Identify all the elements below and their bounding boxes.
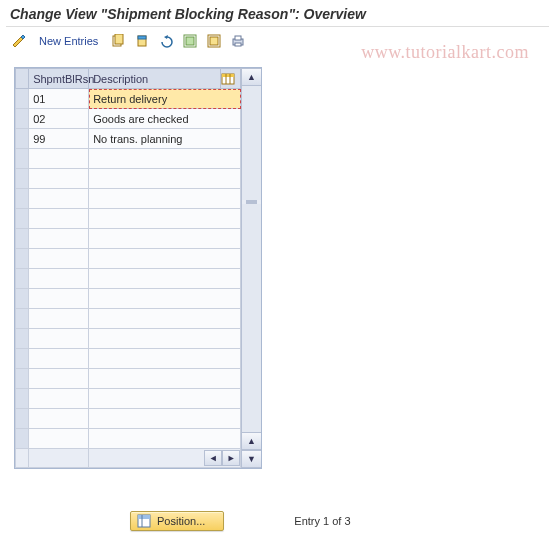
cell-code[interactable] [29, 329, 89, 349]
table-row[interactable] [16, 309, 241, 329]
position-label: Position... [157, 515, 205, 527]
scrollbar-track-lower[interactable] [242, 204, 261, 432]
row-selector[interactable] [16, 209, 29, 229]
column-header-desc[interactable]: Description [89, 69, 221, 89]
cell-desc[interactable] [89, 209, 241, 229]
scroll-left-button[interactable]: ◄ [204, 450, 222, 466]
cell-code[interactable] [29, 229, 89, 249]
table-row[interactable] [16, 329, 241, 349]
scroll-up-button[interactable]: ▲ [242, 432, 261, 450]
new-entries-button[interactable]: New Entries [32, 31, 105, 51]
scrollbar-track[interactable] [242, 86, 261, 200]
row-selector[interactable] [16, 369, 29, 389]
scroll-top-button[interactable]: ▲ [242, 68, 261, 86]
table-row[interactable]: 99No trans. planning [16, 129, 241, 149]
table-row[interactable] [16, 369, 241, 389]
cell-desc[interactable] [89, 149, 241, 169]
cell-code[interactable] [29, 389, 89, 409]
table-row[interactable] [16, 189, 241, 209]
copy-button[interactable] [107, 31, 129, 51]
cell-code[interactable] [29, 169, 89, 189]
cell-desc[interactable] [89, 169, 241, 189]
cell-desc[interactable] [89, 369, 241, 389]
cell-desc[interactable]: Goods are checked [89, 109, 241, 129]
row-selector[interactable] [16, 169, 29, 189]
cell-code[interactable] [29, 429, 89, 449]
cell-code[interactable] [29, 189, 89, 209]
print-button[interactable] [227, 31, 249, 51]
row-selector[interactable] [16, 89, 29, 109]
svg-rect-3 [138, 36, 146, 39]
cell-desc[interactable] [89, 429, 241, 449]
cell-code[interactable] [29, 289, 89, 309]
row-selector[interactable] [16, 129, 29, 149]
row-selector[interactable] [16, 349, 29, 369]
table-row[interactable] [16, 149, 241, 169]
svg-rect-1 [115, 34, 123, 44]
table-row[interactable] [16, 429, 241, 449]
cell-code[interactable]: 01 [29, 89, 89, 109]
toggle-display-change-button[interactable] [8, 31, 30, 51]
cell-code[interactable]: 02 [29, 109, 89, 129]
undo-button[interactable] [155, 31, 177, 51]
table-row[interactable] [16, 229, 241, 249]
cell-code[interactable] [29, 369, 89, 389]
table-row[interactable] [16, 409, 241, 429]
scroll-down-button[interactable]: ▼ [242, 450, 261, 468]
table-row[interactable] [16, 269, 241, 289]
column-header-code[interactable]: ShpmtBlRsn [29, 69, 89, 89]
cell-code[interactable]: 99 [29, 129, 89, 149]
row-selector[interactable] [16, 149, 29, 169]
table-row[interactable] [16, 289, 241, 309]
cell-desc[interactable] [89, 349, 241, 369]
cell-desc[interactable] [89, 269, 241, 289]
grid-corner[interactable] [16, 69, 29, 89]
cell-desc[interactable] [89, 189, 241, 209]
cell-desc[interactable] [89, 229, 241, 249]
table-row[interactable] [16, 209, 241, 229]
table-row[interactable] [16, 389, 241, 409]
data-grid[interactable]: ShpmtBlRsn Description 01Return delivery… [15, 68, 241, 468]
cell-code[interactable] [29, 309, 89, 329]
row-selector[interactable] [16, 309, 29, 329]
cell-desc[interactable] [89, 249, 241, 269]
cell-code[interactable] [29, 149, 89, 169]
row-selector[interactable] [16, 229, 29, 249]
row-selector[interactable] [16, 249, 29, 269]
svg-rect-16 [138, 515, 150, 519]
cell-code[interactable] [29, 269, 89, 289]
table-row[interactable]: 01Return delivery [16, 89, 241, 109]
scroll-right-button[interactable]: ► [222, 450, 240, 466]
position-button[interactable]: Position... [130, 511, 224, 531]
row-selector[interactable] [16, 189, 29, 209]
cell-desc[interactable] [89, 409, 241, 429]
cell-desc[interactable] [89, 309, 241, 329]
vertical-scrollbar[interactable]: ▲ ▲ ▼ [241, 68, 261, 468]
cell-code[interactable] [29, 409, 89, 429]
cell-code[interactable] [29, 209, 89, 229]
cell-desc[interactable] [89, 329, 241, 349]
table-row[interactable] [16, 169, 241, 189]
cell-desc[interactable] [89, 389, 241, 409]
table-row[interactable] [16, 249, 241, 269]
row-selector[interactable] [16, 109, 29, 129]
select-all-button[interactable] [179, 31, 201, 51]
deselect-all-button[interactable] [203, 31, 225, 51]
table-row[interactable] [16, 349, 241, 369]
delete-button[interactable] [131, 31, 153, 51]
table-row[interactable]: 02Goods are checked [16, 109, 241, 129]
cell-code[interactable] [29, 349, 89, 369]
row-selector[interactable] [16, 289, 29, 309]
row-selector[interactable] [16, 329, 29, 349]
cell-desc[interactable]: No trans. planning [89, 129, 241, 149]
row-selector[interactable] [16, 389, 29, 409]
row-selector[interactable] [16, 269, 29, 289]
entry-counter: Entry 1 of 3 [294, 515, 350, 527]
grid-settings-button[interactable] [221, 69, 241, 89]
cell-code[interactable] [29, 249, 89, 269]
row-selector[interactable] [16, 409, 29, 429]
cell-desc[interactable]: Return delivery [89, 89, 241, 109]
row-selector[interactable] [16, 429, 29, 449]
cell-desc[interactable] [89, 289, 241, 309]
divider [6, 26, 549, 27]
